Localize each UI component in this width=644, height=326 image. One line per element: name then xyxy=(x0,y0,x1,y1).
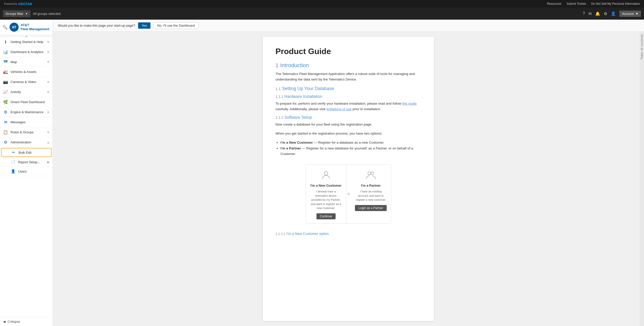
section-title: Setting Up Your Database xyxy=(282,86,334,91)
camera-icon: 📷 xyxy=(3,79,8,84)
groups-filter-button[interactable]: Groups filter ▼ xyxy=(3,10,30,17)
chevron-down-icon: ▼ xyxy=(47,111,50,114)
sidebar-item-label: Vehicles & Assets xyxy=(11,70,50,74)
doc-main-title: Product Guide xyxy=(275,47,421,56)
sidebar-item-label: Administration xyxy=(11,140,44,144)
brand-circle: AT xyxy=(10,23,19,32)
submit-tickets-link[interactable]: Submit Tickets xyxy=(567,2,586,6)
yes-button[interactable]: Yes xyxy=(138,22,150,29)
main-layout: 🔍 AT AT&T Fleet Management ▲ ℹ Getting S… xyxy=(0,20,644,326)
chevron-down-icon: ▼ xyxy=(47,80,50,84)
sidebar-sub-item-label: Report Setup... xyxy=(18,160,40,164)
para-text-prior: prior to installation. xyxy=(352,107,381,111)
sidebar-item-getting-started[interactable]: ℹ Getting Started & Help ▼ xyxy=(0,37,53,47)
list-item-bold: I'm a New Customer xyxy=(280,141,313,144)
limitations-link[interactable]: limitations of use xyxy=(326,107,352,111)
sidebar-item-administration[interactable]: ⚙ Administration ▲ xyxy=(0,137,53,147)
section-title: Introduction xyxy=(280,62,309,68)
sidebar-item-label: Engine & Maintenance xyxy=(11,110,44,114)
search-icon[interactable]: 🔍 xyxy=(3,25,8,30)
bulk-edit-icon: ✏ xyxy=(11,150,16,155)
sidebar-item-report-setup[interactable]: 📄 Report Setup... ▶ xyxy=(0,157,53,167)
help-icon[interactable]: ? xyxy=(583,11,585,16)
toc-label: Table of contents xyxy=(640,34,643,59)
sidebar-item-label: Map xyxy=(11,60,44,64)
sidebar-item-vehicles[interactable]: 🚛 Vehicles & Assets xyxy=(0,67,53,77)
chevron-down-icon: ▼ xyxy=(47,40,50,44)
list-item: I'm a Partner — Register for a new datab… xyxy=(280,146,421,157)
rules-icon: 📋 xyxy=(3,130,8,135)
options-list: I'm a New Customer — Register for a data… xyxy=(280,140,421,157)
resources-link[interactable]: Resources xyxy=(547,2,561,6)
svg-point-0 xyxy=(324,172,328,175)
mail-icon[interactable]: ✉ xyxy=(588,11,592,16)
sidebar-item-label: Dashboard & Analytics xyxy=(11,50,44,54)
all-groups-text: All groups selected xyxy=(33,12,61,16)
sidebar-item-label: Activity xyxy=(11,90,44,94)
sidebar-item-map[interactable]: 🗺 Map ▼ xyxy=(0,57,53,67)
geotab-brand: GEOTAB xyxy=(18,2,32,6)
getting-started-icon: ℹ xyxy=(3,39,8,44)
section-1-1-2-paragraph-1: Now create a database for your fleet usi… xyxy=(275,122,421,127)
section-1-paragraph: The Telematics Fleet Management Applicat… xyxy=(275,71,421,82)
settings-icon[interactable]: ⚙ xyxy=(604,11,607,16)
sidebar-item-label: Green Fleet Dashboard xyxy=(11,100,50,104)
user-chevron-icon: ▼ xyxy=(635,12,638,16)
customer-box-title: I'm a New Customer xyxy=(310,184,342,187)
section-1-1-2-paragraph-2: When you get started in the registration… xyxy=(275,131,421,136)
sidebar-collapse-button[interactable]: ◀ Collapse xyxy=(0,317,53,326)
partner-icon xyxy=(366,170,376,182)
dashboard-icon: 📊 xyxy=(3,50,8,54)
sidebar-item-dashboard[interactable]: 📊 Dashboard & Analytics ▼ xyxy=(0,47,53,57)
login-partner-button[interactable]: Login as a Partner xyxy=(355,205,387,211)
user-account-button[interactable]: Account ▼ xyxy=(619,11,641,17)
continue-button[interactable]: Continue xyxy=(316,213,336,219)
sidebar-item-rules[interactable]: 📋 Rules & Groups ▼ xyxy=(0,127,53,137)
arrow-right-icon: ▶ xyxy=(47,160,50,164)
list-item-text: — Register for a database as a new Custo… xyxy=(314,141,384,144)
collapse-label: Collapse xyxy=(8,320,20,323)
sidebar-header: 🔍 AT AT&T Fleet Management xyxy=(0,20,53,35)
chevron-down-icon: ▼ xyxy=(47,60,50,63)
user-icon[interactable]: 👤 xyxy=(611,11,616,16)
sidebar-item-messages[interactable]: ✉ Messages xyxy=(0,117,53,127)
top-bar-links: Resources Submit Tickets Do Not Sell My … xyxy=(547,2,640,6)
activity-icon: 📈 xyxy=(3,90,8,94)
doc-section-1-1-1: 1.1.1 Hardware Installation xyxy=(275,94,421,99)
report-setup-icon: 📄 xyxy=(11,160,16,164)
this-guide-link[interactable]: this guide xyxy=(402,102,417,105)
brand-logo: AT AT&T Fleet Management xyxy=(10,23,49,32)
section-title: I'm a New Customer option xyxy=(287,232,329,236)
sidebar-item-users[interactable]: 👤 Users xyxy=(0,167,53,176)
top-bar: Powered by GEOTAB Resources Submit Ticke… xyxy=(0,0,644,8)
sidebar-item-bulk-edit[interactable]: ✏ Bulk Edit xyxy=(1,148,52,157)
sidebar-item-cameras[interactable]: 📷 Cameras & Video ▼ xyxy=(0,77,53,87)
sidebar-item-label: Getting Started & Help xyxy=(11,40,44,44)
powered-by-text: Powered by xyxy=(4,3,17,5)
toc-sidebar[interactable]: Table of contents xyxy=(639,32,644,326)
section-number: 1.1.2.1 xyxy=(275,232,286,236)
para-text-carefully: carefully. Additionally, please visit xyxy=(275,107,325,111)
svg-point-1 xyxy=(368,172,371,175)
groups-filter-area: Groups filter ▼ All groups selected xyxy=(3,10,61,17)
customer-icon xyxy=(321,170,331,182)
vehicles-icon: 🚛 xyxy=(3,69,8,74)
section-number: 1.1.2 xyxy=(275,115,283,119)
partner-box: I'm a Partner I have an existing account… xyxy=(351,165,391,223)
sidebar-item-engine[interactable]: ⚙ Engine & Maintenance ▼ xyxy=(0,107,53,117)
second-bar-actions: ? ✉ 🔔 ⚙ 👤 Account ▼ xyxy=(583,11,641,17)
sidebar-item-green-fleet[interactable]: 🌿 Green Fleet Dashboard xyxy=(0,97,53,107)
doc-section-1-1: 1.1 Setting Up Your Database xyxy=(275,86,421,91)
partner-box-desc: I have an existing account, and want to … xyxy=(355,189,387,202)
bell-icon[interactable]: 🔔 xyxy=(595,11,600,16)
section-title: Hardware Installation xyxy=(285,94,322,99)
administration-icon: ⚙ xyxy=(3,140,8,145)
customer-box-desc: I already have a telematics device provi… xyxy=(310,189,342,210)
doc-section-1: 1 Introduction xyxy=(275,62,421,69)
no-dashboard-button[interactable]: No, I'll use the Dashboard xyxy=(153,22,198,29)
partner-box-title: I'm a Partner xyxy=(361,184,381,187)
sidebar-item-label: Messages xyxy=(11,120,50,124)
sidebar-item-activity[interactable]: 📈 Activity ▼ xyxy=(0,87,53,97)
customer-partner-box: I'm a New Customer I already have a tele… xyxy=(306,165,391,224)
do-not-sell-link[interactable]: Do Not Sell My Personal Information xyxy=(591,2,640,6)
